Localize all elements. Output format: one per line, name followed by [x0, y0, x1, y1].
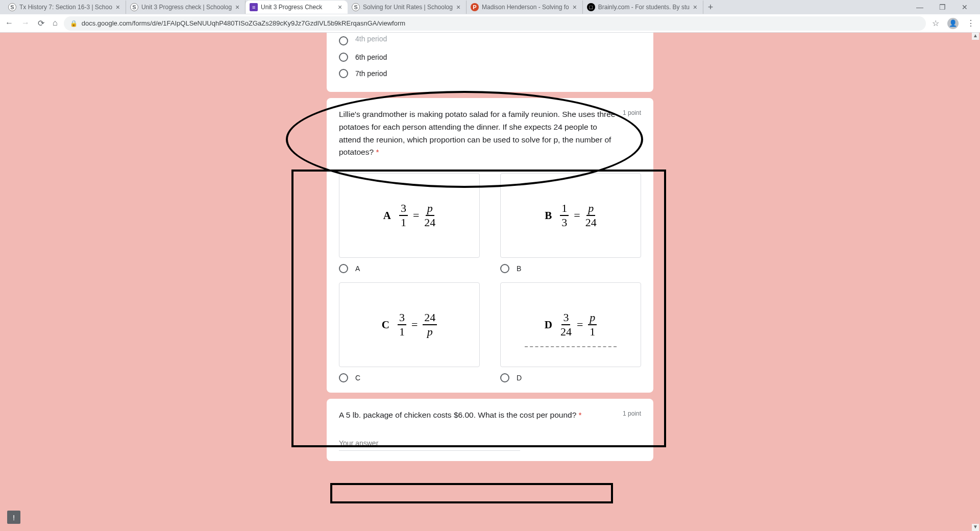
favicon-schoology: S: [130, 3, 138, 11]
tab-title: Unit 3 Progress Check: [261, 4, 334, 11]
profile-avatar[interactable]: 👤: [947, 18, 959, 29]
radio-icon: [339, 373, 348, 382]
url-text: docs.google.com/forms/d/e/1FAIpQLSeNUUqh…: [82, 19, 405, 27]
close-window-icon[interactable]: ✕: [960, 3, 970, 11]
required-asterisk: *: [376, 148, 379, 156]
question-points: 1 point: [623, 409, 641, 417]
minimize-icon[interactable]: —: [915, 3, 925, 11]
radio-label: 7th period: [355, 69, 387, 78]
close-icon[interactable]: ×: [336, 3, 344, 11]
favicon-schoology: S: [8, 3, 16, 11]
answer-input[interactable]: [339, 436, 520, 451]
radio-option-7th[interactable]: 7th period: [339, 65, 641, 82]
tab-title: Brainly.com - For students. By stu: [598, 4, 690, 11]
radio-label: C: [355, 374, 360, 382]
browser-tab-strip: S Tx History 7: Section 16-3 | Schoo × S…: [0, 0, 980, 14]
choice-A: A 31 = p24 A: [339, 173, 480, 273]
radio-icon: [339, 264, 348, 273]
lock-icon: 🔒: [70, 20, 78, 27]
choice-D: D 324 = p1 D: [500, 282, 641, 382]
dashed-line: [525, 346, 617, 347]
radio-label: B: [517, 264, 521, 273]
browser-tab[interactable]: S Unit 3 Progress check | Schoolog ×: [126, 1, 246, 14]
radio-option-A[interactable]: A: [339, 264, 480, 273]
close-icon[interactable]: ×: [571, 3, 578, 11]
tab-title: Tx History 7: Section 16-3 | Schoo: [19, 4, 112, 11]
tab-title: Solving for Unit Rates | Schoolog: [363, 4, 453, 11]
question-card-chicken: A 5 lb. package of chicken costs $6.00. …: [327, 399, 653, 461]
home-icon[interactable]: ⌂: [53, 18, 58, 28]
favicon-google-forms: ≡: [250, 3, 258, 11]
question-text: A 5 lb. package of chicken costs $6.00. …: [339, 409, 617, 422]
browser-tab-active[interactable]: ≡ Unit 3 Progress Check ×: [246, 1, 348, 14]
scroll-down-icon[interactable]: ▼: [972, 524, 979, 531]
question-card-period: 4th period 6th period 7th period: [327, 33, 653, 92]
close-icon[interactable]: ×: [114, 3, 121, 11]
close-icon[interactable]: ×: [692, 3, 699, 11]
close-icon[interactable]: ×: [234, 3, 241, 11]
radio-label: A: [355, 264, 360, 273]
browser-tab[interactable]: S Solving for Unit Rates | Schoolog ×: [348, 1, 467, 14]
forward-icon[interactable]: →: [21, 18, 30, 28]
page-viewport[interactable]: 4th period 6th period 7th period Lillie'…: [0, 33, 980, 531]
radio-option-6th[interactable]: 6th period: [339, 49, 641, 65]
tab-title: Madison Henderson - Solving fo: [482, 4, 569, 11]
question-card-proportion: Lillie's grandmother is making potato sa…: [327, 98, 653, 393]
close-icon[interactable]: ×: [455, 3, 462, 11]
star-icon[interactable]: ☆: [932, 18, 939, 28]
choice-letter: C: [382, 319, 389, 331]
radio-icon: [339, 69, 348, 78]
radio-icon: [339, 36, 348, 45]
choice-image-B[interactable]: B 13 = p24: [500, 173, 641, 258]
back-icon[interactable]: ←: [5, 18, 13, 28]
radio-icon: [500, 373, 509, 382]
choice-image-D[interactable]: D 324 = p1: [500, 282, 641, 367]
browser-tab[interactable]: S Tx History 7: Section 16-3 | Schoo ×: [4, 1, 126, 14]
maximize-icon[interactable]: ❐: [937, 3, 947, 11]
choice-B: B 13 = p24 B: [500, 173, 641, 273]
radio-label: 6th period: [355, 53, 387, 61]
radio-option-B[interactable]: B: [500, 264, 641, 273]
window-controls: — ❐ ✕: [915, 3, 980, 11]
browser-tab[interactable]: □ Brainly.com - For students. By stu ×: [583, 1, 703, 14]
radio-label: D: [517, 374, 522, 382]
choice-letter: D: [545, 319, 552, 331]
new-tab-button[interactable]: +: [703, 2, 718, 13]
nav-icons: ← → ⟳ ⌂: [5, 18, 58, 28]
radio-option-C[interactable]: C: [339, 373, 480, 382]
choice-C: C 31 = 24p C: [339, 282, 480, 382]
radio-option-4th[interactable]: 4th period: [339, 33, 641, 49]
required-asterisk: *: [579, 411, 582, 419]
tab-title: Unit 3 Progress check | Schoolog: [141, 4, 232, 11]
browser-toolbar: ← → ⟳ ⌂ 🔒 docs.google.com/forms/d/e/1FAI…: [0, 14, 980, 33]
radio-icon: [339, 53, 348, 62]
favicon-schoology: S: [352, 3, 360, 11]
question-points: 1 point: [623, 108, 641, 116]
radio-option-D[interactable]: D: [500, 373, 641, 382]
kebab-menu-icon[interactable]: ⋮: [967, 18, 975, 28]
report-problem-button[interactable]: !: [7, 511, 20, 524]
browser-tab[interactable]: P Madison Henderson - Solving fo ×: [467, 1, 583, 14]
radio-icon: [500, 264, 509, 273]
choice-image-A[interactable]: A 31 = p24: [339, 173, 480, 258]
scroll-up-icon[interactable]: ▲: [972, 33, 979, 40]
radio-label: 4th period: [355, 35, 387, 43]
question-text: Lillie's grandmother is making potato sa…: [339, 108, 617, 159]
address-bar[interactable]: 🔒 docs.google.com/forms/d/e/1FAIpQLSeNUU…: [64, 16, 926, 31]
choice-image-C[interactable]: C 31 = 24p: [339, 282, 480, 367]
choice-letter: B: [545, 209, 552, 222]
favicon-brainly: □: [587, 3, 595, 11]
reload-icon[interactable]: ⟳: [38, 18, 44, 28]
choice-letter: A: [383, 209, 391, 222]
favicon-powerpoint: P: [471, 3, 479, 11]
